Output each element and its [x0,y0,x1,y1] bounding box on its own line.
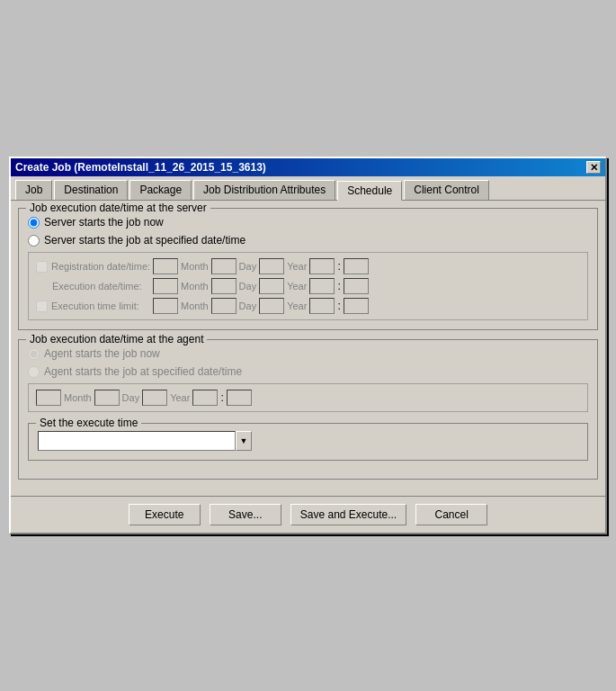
server-starts-now-radio[interactable] [28,217,40,229]
execution-limit-hour-input[interactable] [309,298,335,314]
execution-limit-fields: Month Day Year : [153,298,369,314]
tab-content: Job execution date/time at the server Se… [11,201,605,496]
execution-limit-month-input[interactable] [153,298,178,314]
execution-year-input[interactable] [259,278,284,294]
agent-min-input[interactable] [227,390,252,406]
tab-destination[interactable]: Destination [54,180,128,200]
execution-limit-label-container: Execution time limit: [36,301,153,312]
set-execute-legend: Set the execute time [36,417,141,429]
server-radio-row-2: Server starts the job at specified date/… [28,234,588,247]
agent-starts-specified-label: Agent starts the job at specified date/t… [44,365,242,378]
server-group-box: Job execution date/time at the server Se… [18,208,598,330]
execution-month-label: Month [181,281,209,292]
execution-limit-month-label: Month [181,301,209,311]
server-radio-row-1: Server starts the job now [28,216,588,229]
registration-year-input[interactable] [259,258,284,274]
tab-schedule[interactable]: Schedule [337,181,402,201]
agent-day-label: Day [122,392,140,403]
registration-month-input[interactable] [153,258,178,274]
agent-fields: Month Day Year : [36,390,580,406]
tab-job-distribution[interactable]: Job Distribution Attributes [193,180,335,200]
registration-checkbox[interactable] [36,261,48,273]
registration-hour-input[interactable] [309,258,335,274]
registration-min-input[interactable] [344,258,369,274]
save-button[interactable]: Save... [210,504,281,525]
registration-year-label: Year [287,261,307,272]
agent-datetime-section: Month Day Year : [28,383,588,412]
execution-min-input[interactable] [344,278,369,294]
registration-day-input[interactable] [211,258,237,274]
server-starts-now-label: Server starts the job now [44,216,164,229]
execute-time-dropdown-btn[interactable]: ▼ [236,431,252,451]
registration-row: Registration date/time: Month Day Year : [36,258,580,274]
execution-limit-row: Execution time limit: Month Day Year : [36,298,580,314]
agent-year-input[interactable] [142,390,167,406]
execute-time-input[interactable] [38,431,236,451]
agent-group-legend: Job execution date/time at the agent [26,333,207,346]
registration-colon: : [337,260,340,273]
execution-month-input[interactable] [153,278,178,294]
execution-limit-day-label: Day [239,301,257,311]
close-button[interactable]: ✕ [586,161,601,174]
execution-limit-year-input[interactable] [259,298,284,314]
server-starts-specified-radio[interactable] [28,235,40,247]
agent-hour-input[interactable] [192,390,218,406]
cancel-button[interactable]: Cancel [415,504,487,525]
execute-time-dropdown-container: ▼ [38,431,578,451]
server-datetime-section: Registration date/time: Month Day Year : [28,252,588,320]
execution-limit-label: Execution time limit: [51,301,139,311]
window-title: Create Job (RemoteInstall_11_26_2015_15_… [15,161,266,174]
title-bar: Create Job (RemoteInstall_11_26_2015_15_… [11,158,605,176]
agent-month-input[interactable] [36,390,61,406]
execution-fields: Month Day Year : [153,278,369,294]
registration-label: Registration date/time: [51,261,150,272]
tab-client-control[interactable]: Client Control [404,180,489,200]
registration-month-label: Month [181,261,209,272]
agent-year-label: Year [170,392,190,403]
execution-limit-year-label: Year [287,301,307,311]
set-execute-group: Set the execute time ▼ [28,423,588,461]
execution-colon: : [337,280,340,292]
bottom-bar: Execute Save... Save and Execute... Canc… [11,496,605,533]
execution-label: Execution date/time: [52,281,142,292]
execution-limit-min-input[interactable] [344,298,369,314]
agent-starts-now-label: Agent starts the job now [44,347,160,360]
registration-label-container: Registration date/time: [36,261,153,273]
agent-day-input[interactable] [94,390,120,406]
registration-day-label: Day [239,261,257,272]
execution-limit-checkbox[interactable] [36,301,48,312]
execution-row: Execution date/time: Month Day Year : [36,278,580,294]
agent-radio-row-2: Agent starts the job at specified date/t… [28,365,588,378]
execution-label-container: Execution date/time: [36,281,153,292]
agent-colon: : [220,391,223,404]
tab-job[interactable]: Job [15,180,52,200]
execute-button[interactable]: Execute [129,504,201,525]
server-starts-specified-label: Server starts the job at specified date/… [44,234,246,247]
agent-group-box: Job execution date/time at the agent Age… [18,339,598,480]
execution-day-input[interactable] [211,278,237,294]
execution-limit-colon: : [337,300,340,312]
save-execute-button[interactable]: Save and Execute... [290,504,406,525]
execution-hour-input[interactable] [309,278,335,294]
execution-limit-day-input[interactable] [211,298,237,314]
tab-bar: Job Destination Package Job Distribution… [11,176,605,201]
agent-starts-specified-radio[interactable] [28,366,40,378]
execution-day-label: Day [239,281,257,292]
agent-radio-row-1: Agent starts the job now [28,347,588,360]
execution-year-label: Year [287,281,307,292]
agent-month-label: Month [64,392,92,403]
server-group-legend: Job execution date/time at the server [26,202,210,214]
tab-package[interactable]: Package [129,180,192,200]
registration-fields: Month Day Year : [153,258,369,274]
main-window: Create Job (RemoteInstall_11_26_2015_15_… [9,157,607,534]
agent-starts-now-radio[interactable] [28,348,40,360]
